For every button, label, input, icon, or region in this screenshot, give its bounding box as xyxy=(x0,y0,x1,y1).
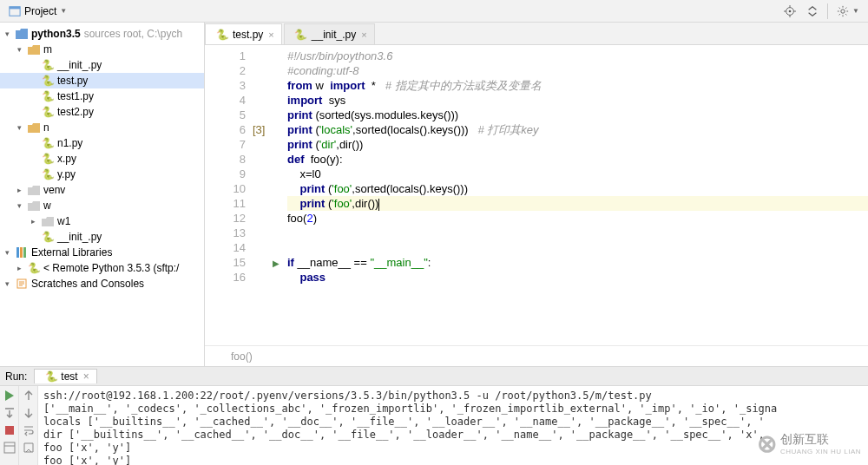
editor-area: 🐍test.py× 🐍__init_.py× 12345678910111213… xyxy=(205,23,868,366)
close-icon[interactable]: × xyxy=(83,370,89,383)
down-icon[interactable] xyxy=(23,407,35,419)
tree-folder-m[interactable]: ▾m xyxy=(0,42,204,57)
tree-file[interactable]: 🐍__init_.py xyxy=(0,57,204,73)
svg-point-8 xyxy=(841,9,845,12)
svg-point-3 xyxy=(789,10,792,12)
tree-external-libs[interactable]: ▾External Libraries xyxy=(0,245,204,260)
tree-folder-w1[interactable]: ▸w1 xyxy=(0,213,204,229)
watermark: ⊗ 创新互联CHUANG XIN HU LIAN xyxy=(757,429,861,458)
tree-file-selected[interactable]: 🐍test.py xyxy=(0,73,204,88)
close-icon[interactable]: × xyxy=(361,29,366,40)
console-output[interactable]: ssh://root@192.168.1.200:22/root/.pyenv/… xyxy=(38,386,868,465)
project-tree: ▾python3.5sources root, C:\pych ▾m 🐍__in… xyxy=(0,23,205,366)
run-glyph-gutter: ▶ xyxy=(268,45,284,345)
tree-scratches[interactable]: ▾Scratches and Consoles xyxy=(0,276,204,291)
collapse-icon[interactable] xyxy=(801,2,824,21)
tab-init-py[interactable]: 🐍__init_.py× xyxy=(284,23,375,44)
run-side-buttons-2 xyxy=(19,386,38,465)
svg-rect-10 xyxy=(20,247,23,258)
up-icon[interactable] xyxy=(23,390,35,402)
stop-down-icon[interactable] xyxy=(3,407,16,419)
tree-file[interactable]: 🐍test1.py xyxy=(0,88,204,104)
run-tab[interactable]: 🐍test× xyxy=(34,369,96,383)
tree-file[interactable]: 🐍test2.py xyxy=(0,104,204,120)
svg-rect-9 xyxy=(16,247,19,258)
code-content[interactable]: #!/usr/bin/poython3.6#conding:utf-8from … xyxy=(284,45,868,345)
tab-test-py[interactable]: 🐍test.py× xyxy=(205,23,282,44)
tree-folder-n[interactable]: ▾n xyxy=(0,120,204,135)
project-label: Project xyxy=(24,5,56,17)
run-side-buttons xyxy=(0,386,19,465)
tree-file[interactable]: 🐍x.py xyxy=(0,151,204,167)
target-icon[interactable] xyxy=(779,2,801,21)
tree-root[interactable]: ▾python3.5sources root, C:\pych xyxy=(0,26,204,42)
tree-file[interactable]: 🐍n1.py xyxy=(0,135,204,151)
collapse-icon[interactable]: ▾ xyxy=(2,29,12,38)
svg-rect-13 xyxy=(5,426,14,435)
tree-folder-w[interactable]: ▾w xyxy=(0,198,204,213)
project-dropdown[interactable]: Project ▼ xyxy=(3,2,72,21)
chevron-down-icon: ▼ xyxy=(60,7,67,15)
run-panel: Run: 🐍test× ssh://root@192.168.1.200:22/… xyxy=(0,366,868,465)
wrap-icon[interactable] xyxy=(23,424,35,436)
tree-folder-venv[interactable]: ▸venv xyxy=(0,182,204,198)
layout-icon[interactable] xyxy=(3,442,16,454)
editor-tabs: 🐍test.py× 🐍__init_.py× xyxy=(205,23,868,45)
run-label: Run: xyxy=(5,370,27,383)
tree-file[interactable]: 🐍__init_.py xyxy=(0,229,204,245)
tree-remote-python[interactable]: ▸🐍< Remote Python 3.5.3 (sftp:/ xyxy=(0,260,204,276)
project-toolbar: Project ▼ ▼ xyxy=(0,0,868,23)
svg-rect-1 xyxy=(10,6,20,9)
run-icon[interactable] xyxy=(3,390,16,402)
svg-rect-11 xyxy=(23,247,26,258)
close-icon[interactable]: × xyxy=(268,29,273,40)
breadcrumb: foo() xyxy=(205,345,868,366)
code-editor[interactable]: 12345678910111213141516 [3] ▶ #!/usr/bin… xyxy=(205,45,868,345)
line-gutter: 12345678910111213141516 xyxy=(205,45,253,345)
svg-rect-14 xyxy=(4,442,15,453)
tree-file[interactable]: 🐍y.py xyxy=(0,167,204,182)
scroll-icon[interactable] xyxy=(23,442,35,454)
stop-icon[interactable] xyxy=(3,424,16,436)
gutter-marks: [3] xyxy=(253,45,268,345)
gear-icon[interactable]: ▼ xyxy=(832,2,865,21)
